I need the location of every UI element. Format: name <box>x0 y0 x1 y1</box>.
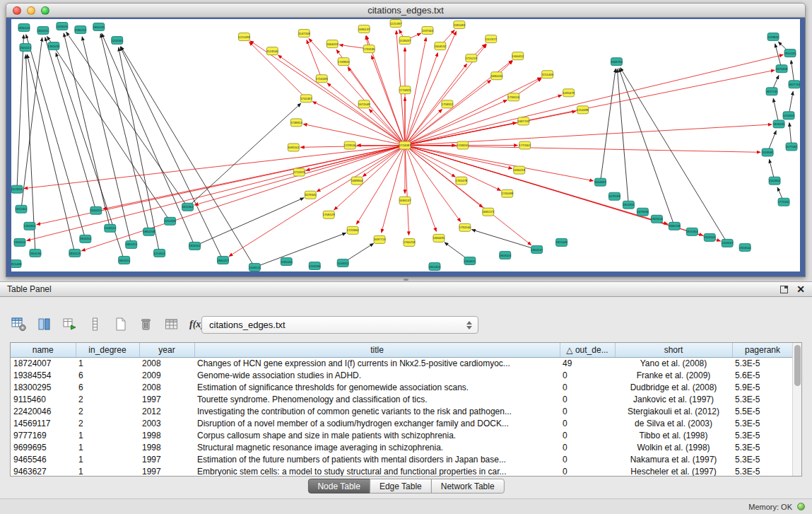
network-node[interactable]: 1679345 <box>305 191 317 199</box>
network-node[interactable]: 1729556 <box>344 141 356 149</box>
network-node[interactable]: 1668794 <box>611 58 623 66</box>
network-node[interactable]: 1107477 <box>486 35 498 43</box>
table-row[interactable]: 946554611997Estimation of the future num… <box>11 453 793 465</box>
network-node[interactable]: 1903251 <box>118 256 130 264</box>
network-edge[interactable] <box>405 146 409 235</box>
network-node[interactable]: 1712678 <box>293 168 305 176</box>
network-node[interactable]: 1203166 <box>309 262 321 269</box>
network-edge[interactable] <box>471 230 536 250</box>
network-node[interactable]: 1095479 <box>563 89 575 97</box>
network-node[interactable]: 1577081 <box>786 143 798 151</box>
network-edge[interactable] <box>334 146 405 211</box>
table-row[interactable]: 1872400712008Changes of HCN gene express… <box>11 357 793 369</box>
network-edge[interactable] <box>309 38 405 145</box>
network-node[interactable]: 1773301 <box>519 141 531 149</box>
network-node[interactable]: 1696137 <box>358 25 370 33</box>
network-edge[interactable] <box>601 69 616 182</box>
network-node[interactable]: 1815931 <box>623 201 635 209</box>
network-edge[interactable] <box>195 198 305 246</box>
table-row[interactable]: 1830029562008Estimation of significance … <box>11 381 793 393</box>
column-header[interactable]: name <box>11 343 76 357</box>
network-edge[interactable] <box>405 146 436 232</box>
network-node[interactable]: 1820113 <box>20 44 32 52</box>
import-table-icon[interactable] <box>163 315 180 333</box>
network-node[interactable]: 1060412 <box>512 52 524 60</box>
network-node[interactable]: 1260651 <box>464 257 476 264</box>
network-node[interactable]: 1725864 <box>347 226 359 234</box>
network-node[interactable]: 1745098 <box>501 189 513 197</box>
network-node[interactable]: 1815301 <box>16 205 28 213</box>
network-node[interactable]: 1755219 <box>465 54 477 62</box>
network-edge[interactable] <box>250 41 405 146</box>
network-edge[interactable] <box>405 109 442 145</box>
network-edge[interactable] <box>369 109 405 145</box>
network-node[interactable]: 1103051 <box>11 185 23 193</box>
network-node[interactable]: 1162801 <box>769 177 781 185</box>
network-node[interactable]: 1973458 <box>776 65 788 73</box>
splitter-handle[interactable] <box>404 279 408 281</box>
network-node[interactable]: 1950135 <box>93 23 105 31</box>
column-header[interactable]: pagerank <box>732 343 793 357</box>
network-edge[interactable] <box>120 47 223 260</box>
delete-trash-icon[interactable] <box>137 315 155 333</box>
network-node[interactable]: 1815448 <box>11 259 22 267</box>
network-canvas[interactable]: 1724087151843716045321755219168003417945… <box>11 19 800 271</box>
network-node[interactable]: 1724087 <box>399 141 411 149</box>
network-node[interactable]: 1860256 <box>143 228 155 235</box>
network-graph-svg[interactable]: 1724087151843716045321755219168003417945… <box>11 19 800 271</box>
network-edge[interactable] <box>26 35 86 239</box>
network-node[interactable]: 1684491 <box>433 234 445 242</box>
close-window-button[interactable] <box>13 6 21 15</box>
network-edge[interactable] <box>188 103 301 207</box>
tab-edge-table[interactable]: Edge Table <box>370 479 432 493</box>
table-scrollbar-thumb[interactable] <box>794 345 801 386</box>
table-row[interactable]: 1456911722003Disruption of a novel membe… <box>11 417 793 429</box>
column-header[interactable]: short <box>615 343 732 357</box>
network-node[interactable]: 1903103 <box>499 251 511 259</box>
network-node[interactable]: 1832051 <box>37 27 49 35</box>
network-edge[interactable] <box>278 55 405 146</box>
network-node[interactable]: 1681573 <box>482 208 494 216</box>
table-row[interactable]: 911546021997Tourette syndrome. Phenomeno… <box>11 393 793 405</box>
column-header[interactable]: year <box>139 343 194 357</box>
network-node[interactable]: 1203165 <box>111 37 123 45</box>
network-node[interactable]: 1794516 <box>507 93 519 101</box>
network-node[interactable]: 1695502 <box>288 144 300 151</box>
network-node[interactable]: 2251495 <box>164 217 176 225</box>
column-header[interactable]: title <box>194 343 560 357</box>
network-node[interactable]: 2060551 <box>90 206 102 214</box>
network-node[interactable]: 1758312 <box>442 100 454 108</box>
show-columns-icon[interactable] <box>35 315 53 333</box>
network-node[interactable]: 1903250 <box>79 235 91 243</box>
network-node[interactable]: 1830124 <box>18 24 30 32</box>
network-node[interactable]: 1903102 <box>14 238 26 246</box>
network-node[interactable]: 1690218 <box>513 166 525 174</box>
network-node[interactable]: 1815304 <box>686 228 698 235</box>
network-node[interactable]: 1154498 <box>577 106 589 114</box>
network-node[interactable]: 1860257 <box>217 256 229 264</box>
network-node[interactable]: 1697713 <box>374 235 386 243</box>
network-node[interactable]: 1103052 <box>337 259 349 267</box>
network-node[interactable]: 1559581 <box>762 148 774 156</box>
network-node[interactable]: 1772441 <box>778 198 790 206</box>
network-edge[interactable] <box>307 40 322 78</box>
network-node[interactable]: 1604532 <box>435 42 447 50</box>
network-node[interactable]: 1774825 <box>399 86 411 94</box>
network-edge[interactable] <box>620 68 728 243</box>
network-node[interactable]: 1203167 <box>722 239 734 247</box>
column-header[interactable]: in_degree <box>76 343 139 357</box>
network-node[interactable]: 1950136 <box>30 249 42 257</box>
network-node[interactable]: 1716093 <box>316 75 328 83</box>
minimize-window-button[interactable] <box>27 6 35 15</box>
network-node[interactable]: 1124540 <box>266 47 278 55</box>
network-node[interactable]: 1702467 <box>300 95 312 103</box>
network-node[interactable]: 1860258 <box>669 222 681 230</box>
table-row[interactable]: 1938455462009Genome-wide association stu… <box>11 369 793 381</box>
network-node[interactable]: 1687745 <box>517 117 529 125</box>
zoom-window-button[interactable] <box>41 6 49 15</box>
network-edge[interactable] <box>24 146 405 189</box>
network-node[interactable]: 1924504 <box>739 243 751 251</box>
network-node[interactable]: 1159842 <box>767 33 779 41</box>
network-node[interactable]: 1748261 <box>457 141 469 149</box>
network-node[interactable]: 1951031 <box>784 49 796 57</box>
